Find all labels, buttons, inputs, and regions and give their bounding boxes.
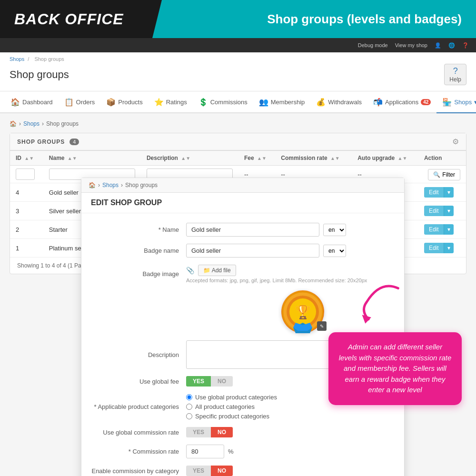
page-header: Shops / Shop groups Shop groups ? Help xyxy=(0,52,476,91)
col-auto-upgrade[interactable]: Auto upgrade ▲▼ xyxy=(352,151,418,166)
edit-button-row1[interactable]: Edit xyxy=(424,206,444,216)
radio-use-global-input[interactable] xyxy=(186,394,192,400)
global-commission-toggle: YES NO xyxy=(186,427,233,437)
withdrawals-icon: 💰 xyxy=(316,98,326,107)
field-name-lang[interactable]: en xyxy=(323,224,346,236)
filter-button[interactable]: 🔍 Filter xyxy=(428,169,460,180)
sub-breadcrumb-shops-link[interactable]: Shops xyxy=(23,120,40,127)
add-file-button[interactable]: 📁 Add file xyxy=(198,265,236,276)
header-right: Shop groups (levels and badges) xyxy=(152,0,476,38)
row-action: Edit ▾ xyxy=(418,183,466,202)
enable-commission-cat-yes-button[interactable]: YES xyxy=(186,466,211,476)
modal-shops-link[interactable]: Shops xyxy=(102,182,119,188)
panel-header: SHOP GROUPS 4 ⚙ xyxy=(10,133,466,150)
radio-specific-products[interactable]: Specific product categories xyxy=(186,413,277,420)
sort-desc-icon: ▲▼ xyxy=(181,156,190,161)
global-fee-yes-button[interactable]: YES xyxy=(186,376,211,387)
file-hint: Accepted formats: jpg, png, gif, jpeg. L… xyxy=(186,278,367,283)
nav-item-shops[interactable]: 🏪 Shops ▾ xyxy=(436,91,476,113)
nav-item-dashboard[interactable]: 🏠 Dashboard xyxy=(5,91,59,113)
breadcrumb-shops-link[interactable]: Shops xyxy=(10,56,24,62)
global-fee-no-button[interactable]: NO xyxy=(211,376,233,387)
radio-all-products[interactable]: All product categories xyxy=(186,403,277,410)
applicable-cats-radio-group: Use global product categories All produc… xyxy=(186,394,277,420)
field-badge-name-input[interactable] xyxy=(186,244,319,258)
page-title: Shop groups xyxy=(10,69,69,81)
header-left: BACK OFFICE xyxy=(0,0,152,38)
panel-settings-icon[interactable]: ⚙ xyxy=(452,137,459,146)
nav-item-orders[interactable]: 📋 Orders xyxy=(59,91,101,113)
action-group: Edit ▾ xyxy=(424,187,460,198)
row-id: 3 xyxy=(10,202,43,220)
help-circle-icon: ? xyxy=(453,66,458,76)
row-id: 2 xyxy=(10,220,43,239)
modal-current-crumb: Shop groups xyxy=(125,182,158,188)
help-label: Help xyxy=(449,76,461,83)
col-id[interactable]: ID ▲▼ xyxy=(10,151,43,166)
radio-all-products-label: All product categories xyxy=(195,403,255,410)
nav-label-commissions: Commissions xyxy=(210,99,248,106)
field-name-input[interactable] xyxy=(186,223,319,237)
help-top-icon[interactable]: ❓ xyxy=(462,42,469,49)
filter-upgrade-placeholder: -- xyxy=(357,171,362,178)
field-enable-commission-cat-label: Enable commission by category xyxy=(91,467,186,475)
svg-marker-6 xyxy=(361,315,372,324)
debug-mode-link[interactable]: Debug mode xyxy=(358,42,388,48)
filter-fee-placeholder: -- xyxy=(244,171,248,178)
field-commission-rate-input[interactable] xyxy=(186,445,224,458)
row-action: Edit ▾ xyxy=(418,220,466,239)
nav-item-products[interactable]: 📦 Products xyxy=(100,91,148,113)
edit-button-row3[interactable]: Edit xyxy=(424,243,444,253)
language-icon[interactable]: 🌐 xyxy=(448,42,455,49)
enable-commission-cat-no-button[interactable]: NO xyxy=(211,466,233,476)
products-icon: 📦 xyxy=(106,98,116,107)
nav-label-applications: Applications xyxy=(385,99,418,106)
edit-button-row2[interactable]: Edit xyxy=(424,224,444,235)
top-bar: Debug mode View my shop 👤 🌐 ❓ xyxy=(0,38,476,52)
field-badge-name-lang[interactable]: en xyxy=(323,245,346,257)
panel-title: SHOP GROUPS xyxy=(17,139,65,145)
filter-id-input[interactable] xyxy=(16,169,35,180)
field-badge-image-row: Badge image 📎 📁 Add file Accepted format… xyxy=(91,265,395,283)
edit-dropdown-row0[interactable]: ▾ xyxy=(444,187,454,198)
radio-use-global[interactable]: Use global product categories xyxy=(186,394,277,401)
sort-upgrade-icon: ▲▼ xyxy=(397,156,407,161)
field-description-label: Description xyxy=(91,351,186,358)
col-fee[interactable]: Fee ▲▼ xyxy=(238,151,275,166)
user-icon[interactable]: 👤 xyxy=(435,42,441,49)
ratings-icon: ⭐ xyxy=(154,98,164,107)
filter-commission-placeholder: -- xyxy=(281,171,285,178)
badge-edit-small-icon[interactable]: ✎ xyxy=(317,321,327,331)
global-commission-no-button[interactable]: NO xyxy=(211,427,233,437)
nav-item-applications[interactable]: 📬 Applications 42 xyxy=(367,91,436,113)
nav-label-shops: Shops xyxy=(454,99,472,106)
action-group: Edit ▾ xyxy=(424,224,460,235)
nav-label-dashboard: Dashboard xyxy=(22,99,53,106)
radio-specific-products-input[interactable] xyxy=(186,413,192,419)
radio-all-products-input[interactable] xyxy=(186,404,192,410)
nav-item-membership[interactable]: 👥 Membership xyxy=(253,91,311,113)
col-commission[interactable]: Commission rate ▲▼ xyxy=(275,151,352,166)
col-description[interactable]: Description ▲▼ xyxy=(141,151,238,166)
edit-dropdown-row1[interactable]: ▾ xyxy=(444,206,454,216)
edit-dropdown-row2[interactable]: ▾ xyxy=(444,224,454,235)
dashboard-icon: 🏠 xyxy=(10,98,20,107)
shops-icon: 🏪 xyxy=(442,98,452,107)
nav-label-products: Products xyxy=(118,99,142,106)
nav-label-ratings: Ratings xyxy=(166,99,187,106)
col-name[interactable]: Name ▲▼ xyxy=(43,151,141,166)
sub-breadcrumb-current: Shop groups xyxy=(46,120,79,127)
global-commission-yes-button[interactable]: YES xyxy=(186,427,211,437)
nav-item-ratings[interactable]: ⭐ Ratings xyxy=(149,91,193,113)
breadcrumb: Shops / Shop groups xyxy=(10,56,466,62)
radio-use-global-label: Use global product categories xyxy=(195,394,277,401)
help-button[interactable]: ? Help xyxy=(444,64,466,85)
main-nav: 🏠 Dashboard 📋 Orders 📦 Products ⭐ Rating… xyxy=(0,91,476,113)
nav-item-commissions[interactable]: 💲 Commissions xyxy=(193,91,253,113)
edit-dropdown-row3[interactable]: ▾ xyxy=(444,243,454,253)
edit-button-row0[interactable]: Edit xyxy=(424,187,444,198)
view-shop-link[interactable]: View my shop xyxy=(395,42,427,48)
row-id: 1 xyxy=(10,239,43,258)
nav-item-withdrawals[interactable]: 💰 Withdrawals xyxy=(310,91,367,113)
badge-image-row: 📎 📁 Add file xyxy=(186,265,367,276)
